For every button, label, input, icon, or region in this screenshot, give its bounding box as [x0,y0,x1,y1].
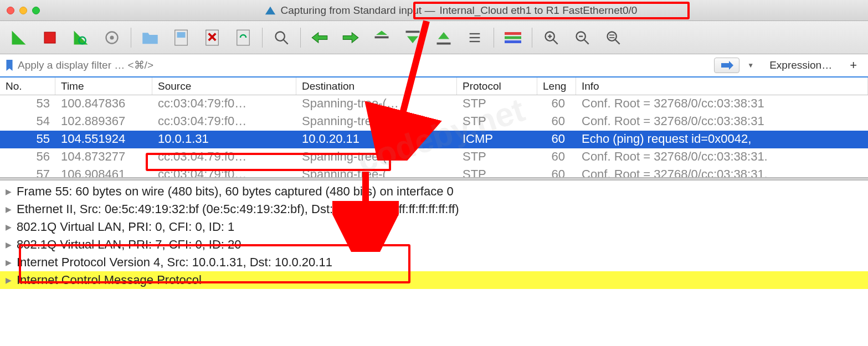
cell-no: 55 [0,131,55,148]
window-controls [7,7,40,14]
colorize-button[interactable] [499,25,527,50]
expand-icon[interactable]: ▶ [6,236,17,253]
column-header-protocol[interactable]: Protocol [457,78,537,95]
svg-rect-16 [505,32,521,35]
find-packet-button[interactable] [267,25,296,50]
detail-text: Internet Protocol Version 4, Src: 10.0.1… [17,254,332,271]
cell-length: 60 [537,131,576,148]
detail-row[interactable]: ▶Ethernet II, Src: 0e:5c:49:19:32:bf (0e… [0,200,868,218]
apply-filter-button[interactable] [714,58,739,73]
restart-capture-button[interactable] [66,25,95,50]
cell-source: 10.0.1.31 [152,131,296,148]
svg-rect-5 [177,32,186,38]
cell-info: Conf. Root = 32768/0/cc:03:38:31. [576,148,868,166]
goto-first-button[interactable] [398,25,427,50]
column-header-no[interactable]: No. [0,78,55,95]
cell-source: cc:03:04:79:f0… [152,166,296,177]
detail-row[interactable]: ▶802.1Q Virtual LAN, PRI: 0, CFI: 0, ID:… [0,218,868,236]
bookmark-icon[interactable] [6,60,13,71]
add-filter-button[interactable]: + [844,58,862,73]
packet-row[interactable]: 55104.55192410.0.1.3110.0.20.11ICMP60Ech… [0,131,868,148]
cell-destination: Spanning-tree-(… [296,113,457,131]
expand-icon[interactable]: ▶ [6,272,17,288]
packet-row[interactable]: 53100.847836cc:03:04:79:f0…Spanning-tree… [0,95,868,113]
goto-packet-button[interactable] [367,25,396,50]
svg-rect-18 [505,40,521,43]
cell-length: 60 [537,113,576,131]
expand-icon[interactable]: ▶ [6,219,17,235]
column-header-length[interactable]: Leng [537,78,576,95]
cell-info: Conf. Root = 32768/0/cc:03:38:31 [576,113,868,131]
cell-destination: 10.0.20.11 [296,131,457,148]
detail-row[interactable]: ▶Internet Protocol Version 4, Src: 10.0.… [0,254,868,271]
svg-line-24 [584,39,589,44]
maximize-window-button[interactable] [32,7,40,14]
open-file-button[interactable] [136,25,165,50]
close-window-button[interactable] [7,7,14,14]
svg-rect-17 [505,36,521,39]
titlebar: Capturing from Standard input — Internal… [0,0,868,21]
cell-info: Conf. Root = 32768/0/cc:03:38:31 [576,95,868,113]
start-capture-button[interactable] [4,25,33,50]
capture-options-button[interactable] [97,25,126,50]
close-file-button[interactable] [198,25,227,50]
cell-destination: Spanning-tree-(… [296,95,457,113]
cell-length: 60 [537,148,576,166]
cell-protocol: STP [457,148,537,166]
cell-no: 57 [0,166,55,177]
svg-rect-12 [437,42,451,44]
svg-rect-0 [44,32,55,43]
cell-no: 53 [0,95,55,113]
reload-file-button[interactable] [229,25,258,50]
detail-text: Frame 55: 60 bytes on wire (480 bits), 6… [17,183,454,200]
packet-details[interactable]: ▶Frame 55: 60 bytes on wire (480 bits), … [0,180,868,291]
column-header-time[interactable]: Time [55,78,152,95]
expand-icon[interactable]: ▶ [6,183,17,200]
detail-row[interactable]: ▶Internet Control Message Protocol [0,271,868,289]
detail-text: 802.1Q Virtual LAN, PRI: 7, CFI: 0, ID: … [17,236,242,253]
packet-row[interactable]: 56104.873277cc:03:04:79:f0…Spanning-tree… [0,148,868,166]
cell-no: 54 [0,113,55,131]
save-file-button[interactable] [167,25,196,50]
packet-list[interactable]: 53100.847836cc:03:04:79:f0…Spanning-tree… [0,95,868,177]
minimize-window-button[interactable] [19,7,27,14]
detail-text: Internet Control Message Protocol [17,272,202,288]
auto-scroll-button[interactable] [460,25,489,50]
detail-text: 802.1Q Virtual LAN, PRI: 0, CFI: 0, ID: … [17,219,234,235]
go-back-button[interactable] [305,25,334,50]
title-prefix: Capturing from Standard input — [281,4,435,17]
expand-icon[interactable]: ▶ [6,254,17,271]
svg-rect-10 [375,36,389,38]
packet-row[interactable]: 57106.908461cc:03:04:79:f0…Spanning-tree… [0,166,868,177]
cell-protocol: STP [457,95,537,113]
go-forward-button[interactable] [336,25,365,50]
separator-icon [131,28,131,48]
cell-time: 102.889367 [55,113,152,131]
detail-row[interactable]: ▶802.1Q Virtual LAN, PRI: 7, CFI: 0, ID:… [0,236,868,254]
zoom-in-button[interactable] [537,25,566,50]
svg-rect-7 [237,30,250,45]
cell-time: 106.908461 [55,166,152,177]
column-header-source[interactable]: Source [152,78,296,95]
packet-row[interactable]: 54102.889367cc:03:04:79:f0…Spanning-tree… [0,113,868,131]
cell-protocol: ICMP [457,131,537,148]
display-filter-input[interactable] [18,59,710,71]
detail-row[interactable]: ▶Frame 55: 60 bytes on wire (480 bits), … [0,183,868,200]
column-header-info[interactable]: Info [576,78,868,95]
stop-capture-button[interactable] [35,25,64,50]
window-title: Capturing from Standard input — Internal… [40,4,861,17]
zoom-reset-button[interactable] [599,25,628,50]
cell-protocol: STP [457,113,537,131]
zoom-out-button[interactable] [568,25,597,50]
expression-button[interactable]: Expression… [762,59,840,71]
svg-point-26 [608,32,617,40]
separator-icon [300,28,301,48]
cell-length: 60 [537,166,576,177]
filter-history-dropdown[interactable]: ▼ [747,61,754,69]
cell-no: 56 [0,148,55,166]
column-header-destination[interactable]: Destination [296,78,457,95]
expand-icon[interactable]: ▶ [6,201,17,218]
cell-info: Echo (ping) request id=0x0042, [576,131,868,148]
goto-last-button[interactable] [429,25,458,50]
cell-source: cc:03:04:79:f0… [152,113,296,131]
